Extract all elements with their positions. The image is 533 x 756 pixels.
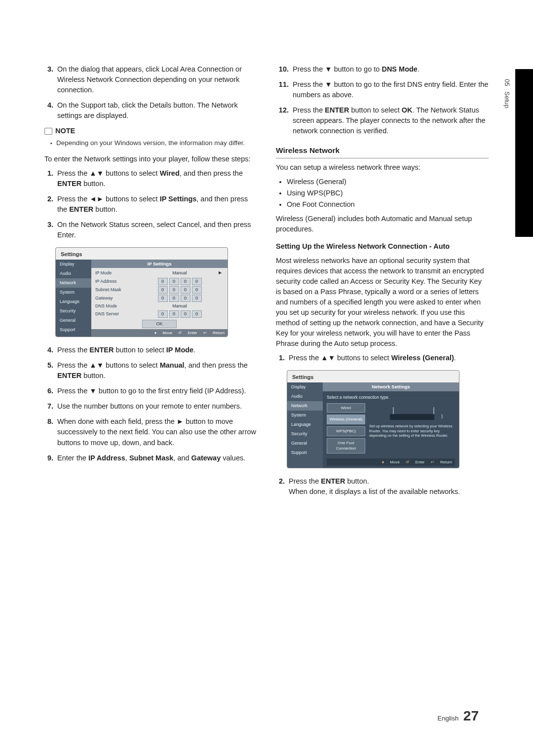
- step-number: 7.: [44, 401, 57, 412]
- step-text: Press the ▲▼ buttons to select Wireless …: [289, 353, 489, 363]
- step-number: 6.: [44, 386, 57, 396]
- intro-paragraph: To enter the Network settings into your …: [44, 154, 257, 164]
- sidebar-item: General: [287, 439, 323, 448]
- wireless-intro: You can setup a wireless network three w…: [276, 162, 489, 173]
- step-number: 12.: [276, 105, 293, 136]
- sidebar-item: Audio: [287, 392, 323, 401]
- mock-window-title: Settings: [56, 248, 228, 260]
- sidebar-item: Language: [287, 420, 323, 429]
- ip-settings-screenshot: Settings Display Audio Network System La…: [55, 247, 228, 338]
- octet: 0: [181, 310, 190, 318]
- wifi-icon: ⦆: [441, 412, 443, 420]
- sidebar-item: Support: [287, 448, 323, 457]
- field-value: Manual ▶: [136, 270, 224, 276]
- octet: 0: [158, 310, 168, 318]
- sidebar-item: Support: [56, 325, 91, 335]
- pencil-note-icon: [44, 128, 52, 135]
- hint-enter: ⏎ Enter: [178, 331, 197, 335]
- octet: 0: [158, 286, 168, 294]
- sidebar-item: System: [56, 288, 91, 297]
- step-number: 1.: [44, 168, 57, 189]
- left-column: 3. On the dialog that appears, click Loc…: [44, 64, 257, 502]
- octet: 0: [169, 310, 179, 318]
- overlay-prompt: Select a network connection type.: [327, 394, 455, 400]
- octet: 0: [169, 295, 179, 302]
- note-item: Depending on your Windows version, the i…: [58, 138, 257, 148]
- field-label: IP Address: [95, 278, 133, 285]
- section-number: 05: [503, 79, 511, 86]
- step-text: Enter the IP Address, Subnet Mask, and G…: [57, 453, 257, 463]
- step-number: 1.: [276, 353, 289, 363]
- step-number: 11.: [276, 79, 293, 100]
- field-label: Subnet Mask: [95, 287, 133, 293]
- step-text: Press the ENTER button to select IP Mode…: [57, 345, 257, 355]
- section-side-label: 05 Setup: [502, 79, 511, 108]
- sidebar-item: Display: [287, 382, 323, 392]
- octet: 0: [192, 278, 202, 285]
- step-text: Press the ▲▼ buttons to select Wired, an…: [57, 168, 257, 189]
- hint-bar: ♦ Move ⏎ Enter ↩ Return: [91, 329, 228, 337]
- mock-pane: IP Settings IP Mode Manual ▶ IP Address …: [91, 260, 228, 337]
- footer-language: English: [438, 715, 459, 722]
- hint-bar: ♦ Move ⏎ Enter ↩ Return: [327, 458, 455, 466]
- hint-move: ♦ Move: [382, 460, 400, 464]
- note-label-text: NOTE: [55, 126, 75, 136]
- network-settings-screenshot: Settings Display Audio Network System La…: [287, 370, 459, 469]
- option-wps-pbc: WPS(PBC): [327, 426, 365, 436]
- list-item: One Foot Connection: [287, 199, 489, 210]
- step-text: Press the ▼ button to go to the first en…: [57, 386, 257, 396]
- field-label: DNS Server: [95, 311, 133, 317]
- mock-pane: Network Settings Select a network connec…: [323, 382, 459, 468]
- field-label: DNS Mode: [95, 303, 133, 309]
- sidebar-item: Audio: [56, 269, 91, 278]
- right-column: 10. Press the ▼ button to go to DNS Mode…: [276, 64, 489, 502]
- step-number: 8.: [44, 416, 57, 448]
- sidebar-item: Display: [56, 260, 91, 269]
- step-text: Press the ▼ button to go to the first DN…: [293, 79, 489, 100]
- mock-window-title: Settings: [287, 371, 459, 382]
- sidebar-item-selected: Network: [56, 278, 91, 288]
- option-wireless-general: Wireless (General): [327, 415, 365, 424]
- step-text: Use the number buttons on your remote to…: [57, 401, 257, 412]
- step-text: Press the ENTER button to select OK. The…: [293, 105, 489, 136]
- octet: 0: [158, 295, 168, 302]
- step-text: When done with each field, press the ► b…: [57, 416, 257, 448]
- step-number: 9.: [44, 453, 57, 463]
- section-side-tab: [515, 69, 533, 237]
- step-number: 10.: [276, 64, 293, 75]
- option-description: Set up wireless network by selecting you…: [369, 424, 455, 438]
- auto-setup-heading: Setting Up the Wireless Network Connecti…: [276, 241, 489, 252]
- octet: 0: [181, 278, 190, 285]
- ok-button: OK: [142, 320, 177, 328]
- octet: 0: [181, 295, 190, 302]
- wireless-network-heading: Wireless Network: [276, 145, 489, 158]
- mock-sidebar: Display Audio Network System Language Se…: [287, 382, 323, 468]
- step-number: 3.: [44, 220, 57, 240]
- sidebar-item: Language: [56, 297, 91, 306]
- list-item: Using WPS(PBC): [287, 188, 489, 198]
- octet: 0: [169, 278, 179, 285]
- option-wired: Wired: [327, 403, 365, 413]
- note-heading: NOTE: [44, 126, 257, 136]
- pane-title: Network Settings: [323, 382, 459, 391]
- wireless-note: Wireless (General) includes both Automat…: [276, 214, 489, 234]
- list-item: Wireless (General): [287, 177, 489, 187]
- step-text: On the dialog that appears, click Local …: [57, 64, 257, 95]
- router-icon: ⦆: [385, 406, 439, 420]
- step-text: Press the ◄► buttons to select IP Settin…: [57, 194, 257, 215]
- hint-return: ↩ Return: [203, 331, 225, 335]
- sidebar-item: Security: [56, 306, 91, 316]
- step-text: On the Support tab, click the Details bu…: [57, 100, 257, 121]
- octet: 0: [192, 286, 202, 294]
- step-text: Press the ▼ button to go to DNS Mode.: [293, 64, 489, 75]
- step-text: On the Network Status screen, select Can…: [57, 220, 257, 240]
- octet: 0: [192, 295, 202, 302]
- connection-type-list: Wired Wireless (General) WPS(PBC) One Fo…: [327, 403, 365, 455]
- field-value: Manual: [136, 303, 224, 309]
- wireless-methods-list: Wireless (General) Using WPS(PBC) One Fo…: [276, 177, 489, 210]
- octet: 0: [169, 286, 179, 294]
- hint-enter: ⏎ Enter: [406, 460, 424, 464]
- step-number: 4.: [44, 100, 57, 121]
- step-number: 3.: [44, 64, 57, 95]
- chevron-right-icon: ▶: [219, 270, 222, 276]
